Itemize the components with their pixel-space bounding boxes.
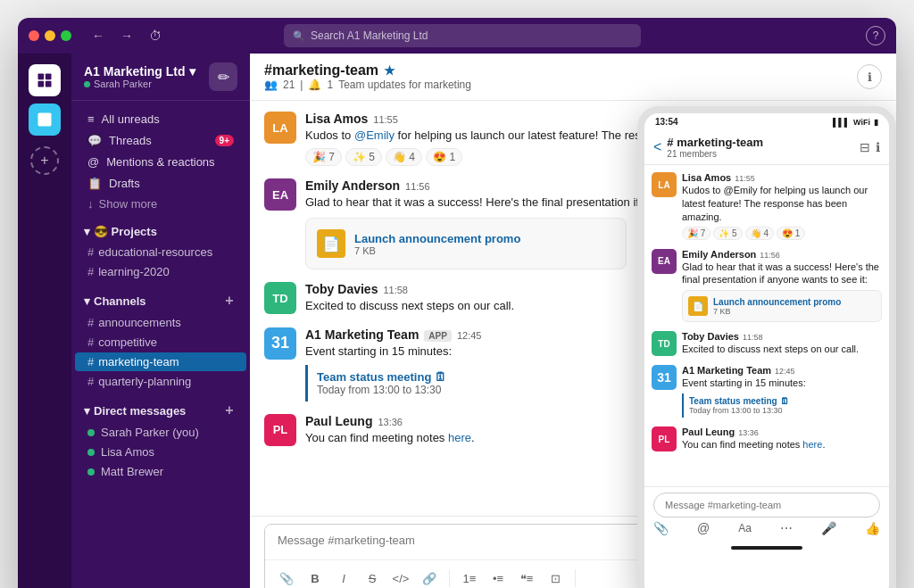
history-button[interactable]: ⏱ — [143, 23, 168, 48]
team-icon-tab[interactable] — [29, 104, 61, 136]
channel-name: educational-resources — [98, 245, 212, 259]
reaction-sparkles[interactable]: ✨ 5 — [345, 148, 382, 166]
dm-item-matt-brewer[interactable]: Matt Brewer — [75, 462, 246, 481]
reaction-wave[interactable]: 👋 4 — [386, 148, 422, 166]
phone-msg-content: Toby Davies 11:58 Excited to discuss nex… — [682, 331, 882, 356]
channel-name: learning-2020 — [98, 265, 170, 278]
phone-reaction[interactable]: ✨ 5 — [713, 227, 742, 240]
dm-section: ▾ Direct messages + Sarah Parker (you) L… — [71, 392, 250, 481]
back-button[interactable]: ← — [86, 23, 111, 48]
phone-audio-icon[interactable]: 🎤 — [821, 521, 836, 535]
maximize-button[interactable] — [61, 30, 71, 41]
phone-header-icons: ⊟ ℹ — [860, 140, 880, 154]
phone-time: 13:54 — [655, 117, 678, 127]
italic-button[interactable]: I — [331, 566, 356, 588]
phone-avatar: TD — [652, 331, 677, 356]
phone-reaction[interactable]: 👋 4 — [745, 227, 774, 240]
phone-msg-author: Emily Anderson — [682, 249, 756, 260]
sidebar: + A1 Marketing Ltd ▾ Sarah Parker — [18, 54, 250, 588]
code-button[interactable]: </> — [388, 566, 413, 588]
channels-section-header[interactable]: ▾ Channels + — [71, 282, 250, 312]
channel-name: marketing-team — [98, 355, 179, 369]
unordered-list-button[interactable]: •≡ — [486, 566, 511, 588]
link-button[interactable]: 🔗 — [417, 566, 442, 588]
dm-item-lisa-amos[interactable]: Lisa Amos — [75, 443, 246, 461]
channel-item-educational-resources[interactable]: # educational-resources — [75, 243, 246, 261]
phone-message-paul: PL Paul Leung 13:36 You can find meeting… — [652, 427, 882, 451]
phone-search-icon[interactable]: ⊟ — [860, 140, 870, 154]
phone-back-button[interactable]: < — [653, 139, 661, 155]
strikethrough-button[interactable]: S — [360, 566, 385, 588]
workspace-name[interactable]: A1 Marketing Ltd ▾ — [84, 64, 195, 79]
phone-info-icon[interactable]: ℹ — [876, 140, 880, 154]
avatar: TD — [264, 282, 296, 314]
phone-file-attachment[interactable]: 📄 Launch announcement promo 7 KB — [682, 290, 882, 322]
minimize-button[interactable] — [45, 30, 55, 41]
svg-rect-1 — [46, 74, 52, 80]
bold-button[interactable]: B — [303, 566, 328, 588]
global-search[interactable]: 🔍 Search A1 Marketing Ltd — [284, 24, 641, 47]
channel-info-button[interactable]: ℹ — [857, 64, 882, 89]
channel-item-competitive[interactable]: # competitive — [75, 333, 246, 352]
add-channel-button[interactable]: + — [221, 293, 237, 309]
channel-name: quarterly-planning — [98, 375, 191, 388]
phone-msg-time: 13:36 — [738, 428, 759, 437]
reaction-party[interactable]: 🎉 7 — [305, 148, 342, 166]
phone-message-input[interactable] — [653, 493, 880, 518]
help-button[interactable]: ? — [866, 26, 885, 46]
hash-icon: # — [87, 245, 94, 259]
phone-mention-icon[interactable]: @ — [697, 521, 710, 535]
phone-chat-header: < # marketing-team 21 members ⊟ ℹ — [644, 130, 889, 165]
ordered-list-button[interactable]: 1≡ — [457, 566, 482, 588]
channel-item-learning-2020[interactable]: # learning-2020 — [75, 262, 246, 281]
avatar: PL — [264, 414, 296, 446]
sidebar-item-drafts[interactable]: 📋 Drafts — [75, 173, 246, 194]
reaction-heart-eyes[interactable]: 😍 1 — [426, 148, 462, 166]
user-status-dot — [84, 81, 90, 87]
sidebar-item-threads[interactable]: 💬 Threads 9+ — [75, 130, 246, 151]
phone-attachment-icon[interactable]: 📎 — [653, 521, 669, 535]
phone-thumbs-icon[interactable]: 👍 — [865, 521, 880, 535]
sidebar-item-mentions[interactable]: @ Mentions & reactions — [75, 152, 246, 172]
show-more-button[interactable]: ↓ Show more — [75, 195, 246, 213]
online-status-dot — [87, 449, 95, 456]
phone-channel-name: # marketing-team — [667, 136, 854, 149]
phone-event-title: Team status meeting 🗓 — [689, 396, 877, 406]
chat-header-left: #marketing-team ★ 👥 21 | 🔔 1 Team update… — [264, 62, 471, 91]
hash-icon: # — [87, 335, 94, 349]
message-author: A1 Marketing Team — [305, 327, 419, 342]
home-icon-tab[interactable] — [29, 64, 61, 96]
meeting-notes-link[interactable]: here — [448, 431, 471, 444]
add-workspace-button[interactable]: + — [30, 146, 59, 175]
phone-reaction[interactable]: 🎉 7 — [682, 227, 710, 240]
blockquote-button[interactable]: ❝≡ — [514, 566, 539, 588]
app-window: ← → ⏱ 🔍 Search A1 Marketing Ltd ? + — [18, 18, 896, 588]
channel-item-quarterly-planning[interactable]: # quarterly-planning — [75, 372, 246, 391]
app-badge: APP — [424, 330, 452, 342]
bell-icon: 🔔 — [308, 79, 321, 91]
sidebar-item-all-unreads[interactable]: ≡ All unreads — [75, 109, 246, 129]
phone-message-lisa: LA Lisa Amos 11:55 Kudos to @Emily for h… — [652, 172, 882, 240]
close-button[interactable] — [29, 30, 39, 41]
phone-msg-text: Event starting in 15 minutes: — [682, 377, 882, 390]
file-attachment[interactable]: 📄 Launch announcement promo 7 KB — [305, 218, 627, 269]
mention-link[interactable]: @Emily — [354, 128, 395, 142]
phone-more-icon[interactable]: ⋯ — [780, 521, 793, 535]
phone-font-icon[interactable]: Aa — [738, 522, 752, 534]
phone-reaction[interactable]: 😍 1 — [777, 227, 805, 240]
projects-section-header[interactable]: ▾ 😎 Projects — [71, 214, 250, 242]
forward-button[interactable]: → — [114, 23, 139, 48]
channel-item-announcements[interactable]: # announcements — [75, 313, 246, 332]
code-block-button[interactable]: ⊡ — [543, 566, 568, 588]
channel-item-marketing-team[interactable]: # marketing-team — [75, 352, 246, 371]
attachment-button[interactable]: 📎 — [274, 566, 299, 588]
description: Team updates for marketing — [338, 79, 471, 91]
channel-star-icon[interactable]: ★ — [384, 63, 395, 78]
add-dm-button[interactable]: + — [221, 402, 237, 418]
phone-meeting-notes-link[interactable]: here — [802, 439, 822, 450]
dm-item-sarah-parker[interactable]: Sarah Parker (you) — [75, 423, 246, 442]
phone-msg-content: A1 Marketing Team 12:45 Event starting i… — [682, 365, 882, 418]
dm-section-header[interactable]: ▾ Direct messages + — [71, 392, 250, 422]
battery-icon: ▮ — [874, 118, 878, 127]
compose-button[interactable]: ✏ — [209, 62, 237, 91]
